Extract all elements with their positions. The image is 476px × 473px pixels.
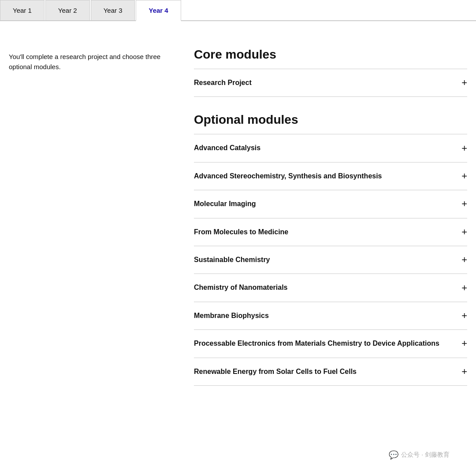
module-label: From Molecules to Medicine bbox=[194, 227, 461, 237]
optional-module-item[interactable]: Membrane Biophysics+ bbox=[194, 302, 467, 330]
left-panel: You'll complete a research project and c… bbox=[9, 48, 176, 402]
expand-icon[interactable]: + bbox=[461, 171, 467, 181]
core-modules-title: Core modules bbox=[194, 48, 467, 62]
core-modules-list: Research Project+ bbox=[194, 69, 467, 97]
expand-icon[interactable]: + bbox=[461, 311, 467, 321]
module-label: Renewable Energy from Solar Cells to Fue… bbox=[194, 367, 461, 377]
module-label: Processable Electronics from Materials C… bbox=[194, 339, 461, 348]
tabs-navigation: Year 1Year 2Year 3Year 4 bbox=[0, 0, 476, 21]
optional-module-item[interactable]: Advanced Stereochemistry, Synthesis and … bbox=[194, 163, 467, 190]
watermark: 💬 公众号 · 剑藤教育 bbox=[389, 450, 450, 460]
tab-year-4[interactable]: Year 4 bbox=[136, 0, 181, 21]
optional-module-item[interactable]: Processable Electronics from Materials C… bbox=[194, 330, 467, 358]
module-label: Advanced Stereochemistry, Synthesis and … bbox=[194, 171, 461, 181]
expand-icon[interactable]: + bbox=[461, 199, 467, 209]
optional-module-item[interactable]: Chemistry of Nanomaterials+ bbox=[194, 274, 467, 302]
optional-module-item[interactable]: From Molecules to Medicine+ bbox=[194, 218, 467, 246]
description-text: You'll complete a research project and c… bbox=[9, 52, 176, 72]
optional-modules-list: Advanced Catalysis+Advanced Stereochemis… bbox=[194, 134, 467, 386]
optional-modules-title: Optional modules bbox=[194, 113, 467, 127]
tab-year-2[interactable]: Year 2 bbox=[45, 0, 90, 20]
core-module-item[interactable]: Research Project+ bbox=[194, 69, 467, 97]
module-label: Sustainable Chemistry bbox=[194, 255, 461, 265]
module-label: Membrane Biophysics bbox=[194, 311, 461, 321]
expand-icon[interactable]: + bbox=[461, 367, 467, 377]
main-content: You'll complete a research project and c… bbox=[0, 21, 476, 419]
expand-icon[interactable]: + bbox=[461, 255, 467, 265]
tab-year-3[interactable]: Year 3 bbox=[91, 0, 135, 20]
tab-year-1[interactable]: Year 1 bbox=[0, 0, 45, 20]
module-label: Advanced Catalysis bbox=[194, 143, 461, 153]
expand-icon[interactable]: + bbox=[461, 144, 467, 153]
module-label: Chemistry of Nanomaterials bbox=[194, 283, 461, 292]
optional-module-item[interactable]: Molecular Imaging+ bbox=[194, 190, 467, 218]
optional-module-item[interactable]: Sustainable Chemistry+ bbox=[194, 246, 467, 274]
expand-icon[interactable]: + bbox=[461, 339, 467, 348]
expand-icon[interactable]: + bbox=[461, 227, 467, 237]
module-label: Research Project bbox=[194, 78, 461, 88]
expand-icon[interactable]: + bbox=[461, 78, 467, 88]
wechat-icon: 💬 bbox=[389, 450, 398, 460]
module-label: Molecular Imaging bbox=[194, 199, 461, 209]
optional-module-item[interactable]: Advanced Catalysis+ bbox=[194, 134, 467, 162]
watermark-text: 公众号 · 剑藤教育 bbox=[401, 451, 450, 459]
optional-module-item[interactable]: Renewable Energy from Solar Cells to Fue… bbox=[194, 358, 467, 386]
expand-icon[interactable]: + bbox=[461, 283, 467, 293]
right-panel: Core modules Research Project+ Optional … bbox=[194, 48, 467, 402]
